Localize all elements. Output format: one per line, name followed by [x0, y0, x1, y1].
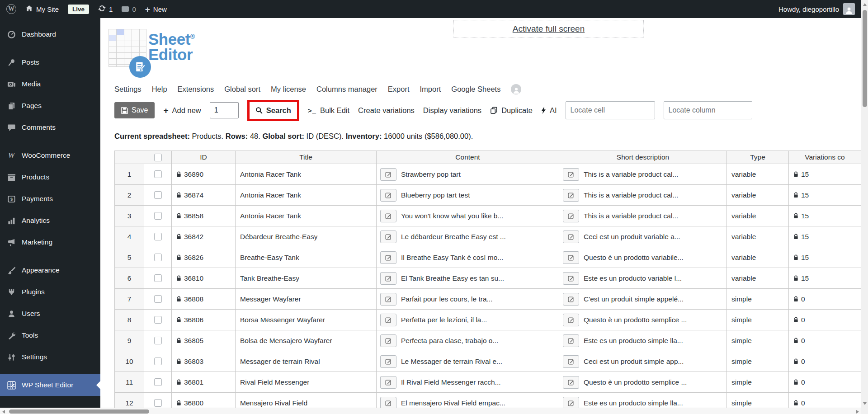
- row-number-cell[interactable]: 6: [115, 268, 144, 289]
- title-cell[interactable]: Bolsa de Mensajero Wayfarer: [236, 330, 377, 351]
- content-cell[interactable]: Perfetta per le lezioni, il la...: [377, 310, 559, 330]
- scroll-up-arrow-icon[interactable]: [863, 3, 867, 6]
- short-description-cell[interactable]: C'est un produit simple appelé...: [559, 289, 727, 310]
- id-cell[interactable]: 36803: [172, 351, 236, 372]
- tab-import[interactable]: Import: [420, 85, 441, 94]
- title-cell[interactable]: Antonia Racer Tank: [236, 185, 377, 206]
- type-cell[interactable]: variable: [727, 164, 789, 185]
- variations-count-cell[interactable]: 15: [789, 185, 861, 206]
- edit-icon[interactable]: [380, 189, 396, 202]
- sidebar-item-pages[interactable]: Pages: [0, 95, 100, 117]
- wordpress-menu[interactable]: W: [6, 4, 16, 14]
- row-checkbox[interactable]: [154, 337, 162, 344]
- title-cell[interactable]: Antonia Racer Tank: [236, 206, 377, 226]
- tab-google-sheets[interactable]: Google Sheets: [451, 85, 500, 94]
- scroll-right-arrow-icon[interactable]: [856, 410, 859, 414]
- variations-count-cell[interactable]: 0: [789, 330, 861, 351]
- comments-link[interactable]: 0: [122, 5, 136, 13]
- horizontal-scrollbar[interactable]: [0, 408, 861, 414]
- row-checkbox[interactable]: [154, 295, 162, 303]
- short-description-cell[interactable]: Este es un producto simple lla...: [559, 330, 727, 351]
- variations-count-cell[interactable]: 0: [789, 289, 861, 310]
- id-cell[interactable]: 36810: [172, 268, 236, 289]
- live-badge[interactable]: Live: [68, 5, 89, 14]
- row-checkbox[interactable]: [154, 274, 162, 282]
- bulk-edit-button[interactable]: >_ Bulk Edit: [308, 106, 349, 115]
- variations-count-cell[interactable]: 15: [789, 226, 861, 247]
- activate-fullscreen-link[interactable]: Activate full screen: [513, 24, 585, 34]
- row-number-cell[interactable]: 5: [115, 247, 144, 268]
- short-description-cell[interactable]: Ceci est un produit simple app...: [559, 351, 727, 372]
- id-cell[interactable]: 36826: [172, 247, 236, 268]
- sidebar-item-media[interactable]: Media: [0, 73, 100, 95]
- title-cell[interactable]: Antonia Racer Tank: [236, 164, 377, 185]
- variations-count-cell[interactable]: 0: [789, 393, 861, 408]
- row-number-cell[interactable]: 4: [115, 226, 144, 247]
- sidebar-item-analytics[interactable]: Analytics: [0, 210, 100, 231]
- locate-cell-input[interactable]: [566, 101, 655, 119]
- sidebar-item-woocommerce[interactable]: W WooCommerce: [0, 145, 100, 166]
- rows-count-input[interactable]: [210, 102, 239, 118]
- column-header-variations-count[interactable]: Variations co: [789, 151, 861, 164]
- edit-icon[interactable]: [380, 314, 396, 326]
- content-cell[interactable]: Blueberry pop tart test: [377, 185, 559, 206]
- vertical-scrollbar-thumb[interactable]: [863, 10, 867, 107]
- locate-column-input[interactable]: [664, 101, 752, 119]
- edit-icon[interactable]: [380, 334, 396, 347]
- content-cell[interactable]: Il Rival Field Messenger racch...: [377, 372, 559, 393]
- sidebar-item-settings[interactable]: Settings: [0, 346, 100, 368]
- short-description-cell[interactable]: This is a variable product cal...: [559, 185, 727, 206]
- content-cell[interactable]: Parfait pour les cours, le tra...: [377, 289, 559, 310]
- column-header-type[interactable]: Type: [727, 151, 789, 164]
- title-cell[interactable]: Tank Breathe-Easy: [236, 268, 377, 289]
- site-link[interactable]: My Site: [25, 5, 59, 14]
- edit-icon[interactable]: [380, 355, 396, 368]
- add-new-button[interactable]: + Add new: [163, 106, 201, 115]
- sidebar-item-posts[interactable]: Posts: [0, 52, 100, 73]
- type-cell[interactable]: variable: [727, 206, 789, 226]
- id-cell[interactable]: 36858: [172, 206, 236, 226]
- type-cell[interactable]: simple: [727, 393, 789, 408]
- row-number-cell[interactable]: 10: [115, 351, 144, 372]
- content-cell[interactable]: El mensajero Rival Field empac...: [377, 393, 559, 408]
- column-header-short-description[interactable]: Short description: [559, 151, 727, 164]
- type-cell[interactable]: variable: [727, 268, 789, 289]
- sidebar-item-dashboard[interactable]: Dashboard: [0, 24, 100, 45]
- title-cell[interactable]: Débardeur Breathe-Easy: [236, 226, 377, 247]
- id-cell[interactable]: 36800: [172, 393, 236, 408]
- row-number-cell[interactable]: 9: [115, 330, 144, 351]
- sidebar-item-plugins[interactable]: Plugins: [0, 281, 100, 303]
- row-checkbox[interactable]: [154, 399, 162, 407]
- variations-count-cell[interactable]: 0: [789, 351, 861, 372]
- content-cell[interactable]: El Tank Breathe Easy es tan su...: [377, 268, 559, 289]
- edit-icon[interactable]: [563, 376, 579, 389]
- row-checkbox[interactable]: [154, 233, 162, 240]
- row-checkbox[interactable]: [154, 316, 162, 324]
- short-description-cell[interactable]: Questo è un prodotto semplice ...: [559, 310, 727, 330]
- variations-count-cell[interactable]: 15: [789, 268, 861, 289]
- column-header-id[interactable]: ID: [172, 151, 236, 164]
- id-cell[interactable]: 36842: [172, 226, 236, 247]
- title-cell[interactable]: Borsa Messenger Wayfarer: [236, 310, 377, 330]
- title-cell[interactable]: Mensajero Rival Field: [236, 393, 377, 408]
- row-checkbox[interactable]: [154, 170, 162, 178]
- edit-icon[interactable]: [563, 293, 579, 306]
- row-checkbox[interactable]: [154, 254, 162, 261]
- edit-icon[interactable]: [563, 251, 579, 264]
- edit-icon[interactable]: [563, 168, 579, 181]
- search-button[interactable]: Search: [255, 106, 291, 115]
- type-cell[interactable]: variable: [727, 226, 789, 247]
- type-cell[interactable]: simple: [727, 310, 789, 330]
- title-cell[interactable]: Rival Field Messenger: [236, 372, 377, 393]
- tab-global-sort[interactable]: Global sort: [224, 85, 260, 94]
- short-description-cell[interactable]: Este es un producto simple lla...: [559, 393, 727, 408]
- edit-icon[interactable]: [563, 355, 579, 368]
- edit-icon[interactable]: [563, 189, 579, 202]
- account-avatar-icon[interactable]: [511, 84, 521, 94]
- edit-icon[interactable]: [563, 210, 579, 222]
- short-description-cell[interactable]: Questo è un prodotto semplice ...: [559, 372, 727, 393]
- sidebar-item-tools[interactable]: Tools: [0, 325, 100, 346]
- new-content-menu[interactable]: + New: [145, 5, 167, 14]
- edit-icon[interactable]: [380, 397, 396, 408]
- row-number-cell[interactable]: 7: [115, 289, 144, 310]
